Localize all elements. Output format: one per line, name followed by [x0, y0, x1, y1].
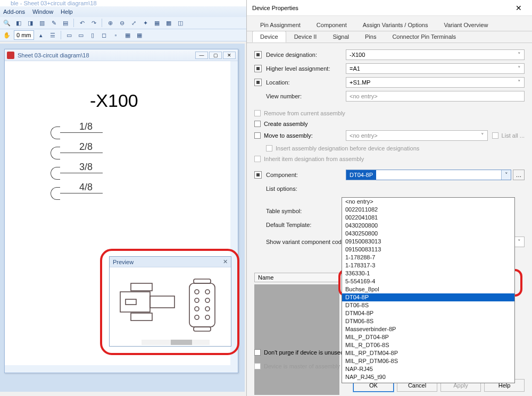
dropdown-option[interactable]: 5-554169-4 — [342, 277, 514, 285]
cursor-icon[interactable]: ✋ — [2, 30, 12, 40]
dropdown-option[interactable]: 336330-1 — [342, 269, 514, 277]
dropdown-option[interactable]: 1-178288-7 — [342, 254, 514, 262]
browse-button[interactable]: … — [513, 170, 525, 180]
location-field[interactable]: +S1.MP˅ — [346, 77, 525, 88]
svg-point-14 — [195, 315, 199, 319]
menu-addons[interactable]: Add-ons — [3, 9, 25, 15]
tool-icon[interactable]: ◧ — [14, 18, 23, 28]
menu-window[interactable]: Window — [32, 9, 53, 15]
grid-icon[interactable]: ▦ — [123, 30, 132, 40]
align-icon[interactable]: ▫ — [111, 30, 121, 40]
dropdown-option[interactable]: MIL_P_DT04-8P — [342, 333, 514, 341]
maximize-icon[interactable]: ▢ — [209, 52, 222, 59]
spin-up-icon[interactable]: ▴ — [36, 30, 46, 40]
close-icon[interactable]: ✕ — [223, 52, 236, 59]
dropdown-option[interactable]: 0430200800 — [342, 222, 514, 230]
tool-icon[interactable]: ◨ — [26, 18, 35, 28]
device-designation-field[interactable]: -X100˅ — [346, 49, 525, 60]
dropdown-option[interactable]: MIL_RP_DTM04-8P — [342, 349, 514, 357]
options-button[interactable] — [254, 65, 262, 72]
name-list-area[interactable] — [254, 284, 339, 395]
higher-level-field[interactable]: =A1˅ — [346, 63, 525, 74]
component-value: DT04-8P — [346, 170, 376, 180]
tab-variant-overview[interactable]: Variant Overview — [436, 19, 496, 31]
tool-icon[interactable]: ☰ — [48, 30, 57, 40]
tab-pins[interactable]: Pins — [357, 31, 384, 43]
chevron-down-icon[interactable]: ˅ — [518, 239, 521, 246]
dropdown-option[interactable]: Buchse_8pol — [342, 285, 514, 293]
dropdown-option[interactable]: 1-178317-3 — [342, 262, 514, 269]
align-icon[interactable]: ▭ — [76, 30, 86, 40]
menu-help[interactable]: Help — [61, 9, 73, 15]
connector-preview-svg — [110, 267, 232, 342]
dropdown-option[interactable]: NAP-RJ45 — [342, 365, 514, 373]
create-assembly-checkbox[interactable]: Create assembly — [254, 119, 525, 129]
undo-icon[interactable]: ↶ — [77, 18, 87, 28]
svg-point-11 — [205, 298, 210, 302]
component-combobox[interactable]: DT04-8P ˅ — [346, 170, 511, 180]
minimize-icon[interactable]: — — [195, 52, 208, 59]
tool-icon[interactable]: ✦ — [140, 18, 150, 28]
align-icon[interactable]: ◻ — [99, 30, 109, 40]
offset-field[interactable]: 0 mm — [14, 30, 34, 40]
tool-icon[interactable]: ▦ — [152, 18, 162, 28]
pin-symbol — [51, 167, 60, 180]
dropdown-option[interactable]: NAP_RJ45_t90 — [342, 373, 514, 381]
dropdown-option[interactable]: DT04-8P — [342, 293, 514, 301]
view-number-field[interactable]: <no entry> — [346, 91, 525, 102]
dropdown-option[interactable]: <no entry> — [342, 198, 514, 206]
close-icon[interactable]: ✕ — [223, 258, 228, 265]
dropdown-option[interactable]: DT06-8S — [342, 301, 514, 309]
sheet-titlebar[interactable]: Sheet 03-circuit diagram\18 — ▢ ✕ — [5, 49, 238, 61]
dropdown-option[interactable]: 0022041081 — [342, 214, 514, 222]
tab-signal[interactable]: Signal — [325, 31, 357, 43]
dialog-titlebar[interactable]: Device Properties ✕ — [247, 0, 532, 16]
chevron-down-icon[interactable]: ˅ — [518, 52, 521, 58]
dropdown-option[interactable]: 09150083013 — [342, 238, 514, 246]
chevron-down-icon[interactable]: ˅ — [518, 79, 521, 86]
zoom-in-icon[interactable]: ⊕ — [105, 18, 115, 28]
dropdown-option[interactable]: Masseverbinder-8P — [342, 325, 514, 333]
tab-assign-variants[interactable]: Assign Variants / Options — [355, 19, 436, 31]
component-dropdown[interactable]: <no entry>002201108200220410810430200800… — [342, 197, 515, 383]
move-assembly-field[interactable]: <no entry>˅ — [346, 130, 488, 141]
dropdown-option[interactable]: MIL_R_DT06-8S — [342, 341, 514, 349]
redo-icon[interactable]: ↷ — [89, 18, 98, 28]
options-button[interactable] — [254, 51, 262, 58]
dropdown-option[interactable]: 0022011082 — [342, 206, 514, 214]
tab-device[interactable]: Device — [252, 31, 286, 43]
zoom-out-icon[interactable]: ⊖ — [117, 18, 127, 28]
tab-connector-pin-terminals[interactable]: Connector Pin Terminals — [384, 31, 464, 43]
dropdown-option[interactable]: 09150083113 — [342, 246, 514, 254]
chevron-down-icon[interactable]: ˅ — [501, 170, 511, 180]
tool-lookup-icon[interactable]: 🔍 — [2, 18, 12, 28]
tool-icon[interactable]: ▩ — [164, 18, 173, 28]
tool-icon[interactable]: ▤ — [61, 18, 70, 28]
dropdown-option[interactable]: DTM06-8S — [342, 317, 514, 325]
dropdown-option[interactable]: DTM04-8P — [342, 309, 514, 317]
tool-icon[interactable]: ◫ — [176, 18, 185, 28]
tool-icon[interactable]: ✎ — [49, 18, 59, 28]
name-column-header[interactable]: Name — [254, 273, 339, 282]
tool-icon[interactable]: ▥ — [37, 18, 47, 28]
tab-device2[interactable]: Device II — [286, 31, 325, 43]
zoom-fit-icon[interactable]: ⤢ — [129, 18, 138, 28]
move-to-assembly-checkbox[interactable]: Move to assembly: — [254, 130, 346, 141]
preview-scrollbar[interactable] — [142, 340, 210, 345]
preview-titlebar[interactable]: Preview ✕ — [110, 257, 231, 267]
grid-icon[interactable]: ▦ — [135, 30, 144, 40]
chevron-down-icon[interactable]: ˅ — [518, 65, 521, 72]
options-button[interactable] — [254, 171, 262, 179]
align-icon[interactable]: ▭ — [64, 30, 74, 40]
dropdown-option[interactable]: PL_8 — [342, 381, 514, 383]
options-button[interactable] — [254, 79, 262, 86]
align-icon[interactable]: ▯ — [88, 30, 97, 40]
tab-pin-assignment[interactable]: Pin Assignment — [252, 19, 309, 31]
dont-purge-checkbox[interactable]: Don't purge if device is unused — [254, 347, 344, 358]
close-icon[interactable]: ✕ — [511, 4, 527, 12]
dropdown-option[interactable]: 0430250800 — [342, 230, 514, 238]
pin-symbol — [51, 187, 60, 200]
chevron-down-icon[interactable]: ˅ — [481, 132, 484, 139]
dropdown-option[interactable]: MIL_RP_DTM06-8S — [342, 357, 514, 365]
tab-component[interactable]: Component — [309, 19, 355, 31]
